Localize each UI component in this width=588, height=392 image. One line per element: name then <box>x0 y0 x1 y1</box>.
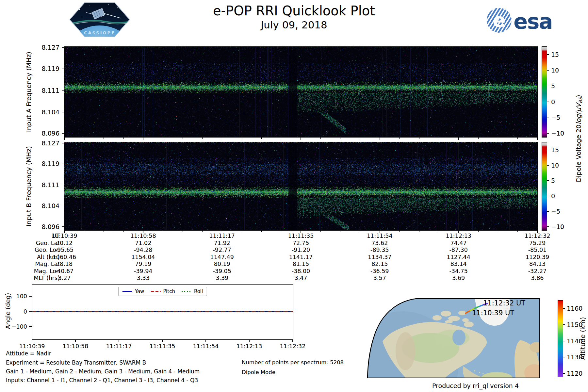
colorbar-tick-mark <box>547 54 549 55</box>
roll-line <box>32 311 293 312</box>
ephemeris-cell: 1154.04 <box>115 254 171 260</box>
attitude-y-tick-label: 100 <box>1 293 27 300</box>
colorbar-tick-label: −10 <box>551 223 564 230</box>
colorbar-tick-label: 0 <box>551 192 555 200</box>
attitude-y-tick <box>29 311 32 312</box>
ephemeris-cell: -87.30 <box>431 247 486 253</box>
x-minor-tick <box>183 138 183 139</box>
ephemeris-cell: 11:11:17 <box>194 233 250 239</box>
x-minor-tick <box>498 231 498 232</box>
ephemeris-cell: 84.13 <box>510 261 565 267</box>
ephemeris-cell: -91.20 <box>273 247 329 253</box>
ephemeris-cell: 1120.39 <box>510 254 565 260</box>
y-tick-label: 8.127 <box>33 44 59 51</box>
altitude-tick-mark <box>563 324 565 325</box>
colorbar-tick-label: 15 <box>551 51 559 58</box>
x-minor-tick <box>202 231 203 232</box>
x-minor-tick <box>242 138 242 139</box>
quicklook-plot-page: CASSIOPE e-POP RRI Quicklook Plot July 0… <box>0 0 588 392</box>
legend-item-roll: Roll <box>182 288 203 294</box>
panel-a-frame <box>64 46 538 138</box>
ephemeris-cell: -32.27 <box>510 268 565 274</box>
ephemeris-cell: 74.47 <box>431 240 486 246</box>
attitude-x-tick <box>292 339 293 342</box>
y-tick-label: 8.096 <box>33 223 59 230</box>
svg-text:e: e <box>493 9 505 31</box>
x-minor-tick <box>163 138 163 139</box>
ephemeris-cell: -39.05 <box>194 268 250 274</box>
x-minor-tick <box>123 138 124 139</box>
attitude-x-tick-label: 11:10:39 <box>19 343 45 350</box>
yaw-line-sample-icon <box>122 291 132 292</box>
colorbar-tick-mark <box>547 102 549 102</box>
y-tick-label: 8.111 <box>33 87 59 94</box>
y-tick-label: 8.111 <box>33 181 59 188</box>
page-title: e-POP RRI Quicklook Plot <box>213 3 375 18</box>
ephemeris-cell: 11:10:39 <box>37 233 92 239</box>
ephemeris-cell: 81.15 <box>273 261 329 267</box>
ground-track-map: 11:12:32 UT 11:10:39 UT <box>367 298 540 378</box>
altitude-tick-mark <box>563 357 565 357</box>
panel-b-ylabel: Input B Frequency (MHz) <box>25 146 33 226</box>
x-major-tick <box>143 138 143 140</box>
x-minor-tick <box>419 138 419 139</box>
spectrogram-a-canvas <box>64 47 537 137</box>
colorbar-tick-label: 10 <box>551 67 559 74</box>
attitude-note: Attitude = Nadir <box>6 350 51 357</box>
legend-item-pitch: Pitch <box>151 288 175 294</box>
ephemeris-cell: -95.65 <box>37 247 92 253</box>
x-minor-tick <box>84 231 84 232</box>
ephemeris-cell: 71.02 <box>115 240 171 246</box>
colorbar-tick-mark <box>547 70 549 71</box>
attitude-x-tick-label: 11:12:32 <box>280 343 306 350</box>
colorbar-a <box>542 46 547 138</box>
altitude-colorbar-label: Altitude (km) <box>579 317 587 360</box>
legend-item-yaw: Yaw <box>122 288 144 294</box>
y-tick-mark <box>62 226 64 227</box>
attitude-x-tick <box>119 339 119 342</box>
x-major-tick <box>222 138 222 140</box>
x-minor-tick <box>281 231 281 232</box>
esa-wordmark: esa <box>514 9 552 34</box>
ephemeris-cell: 3.39 <box>194 275 250 281</box>
ephemeris-cell: 72.75 <box>273 240 329 246</box>
attitude-x-tick <box>205 339 206 342</box>
ephemeris-cell: 82.15 <box>352 261 407 267</box>
ephemeris-cell: 71.92 <box>194 240 250 246</box>
ephemeris-cell: 3.33 <box>115 275 171 281</box>
ephemeris-cell: -94.28 <box>115 247 171 253</box>
attitude-x-tick <box>75 339 75 342</box>
colorbar-tick-label: −5 <box>551 208 560 215</box>
x-major-tick <box>458 138 459 140</box>
altitude-tick-label: 1120 <box>567 370 582 377</box>
x-major-tick <box>380 138 380 140</box>
x-minor-tick <box>242 231 242 232</box>
ephemeris-cell: 1127.44 <box>431 254 486 260</box>
colorbar-tick-label: 5 <box>551 177 555 184</box>
x-minor-tick <box>320 231 321 232</box>
colorbar-tick-label: 10 <box>551 162 559 169</box>
mode-note: Dipole Mode <box>242 369 275 375</box>
x-minor-tick <box>202 138 203 139</box>
attitude-y-tick-label: 0 <box>1 308 27 315</box>
x-minor-tick <box>340 231 340 232</box>
attitude-x-tick <box>32 339 32 342</box>
colorbar-tick-label: 15 <box>551 146 559 154</box>
ephemeris-cell: -92.77 <box>194 247 250 253</box>
ephemeris-cell: 3.27 <box>37 275 92 281</box>
altitude-tick-mark <box>563 308 565 308</box>
x-minor-tick <box>399 138 400 139</box>
ephemeris-cell: 78.18 <box>37 261 92 267</box>
attitude-legend: Yaw Pitch Roll <box>118 287 207 296</box>
y-tick-label: 8.127 <box>33 139 59 147</box>
ephemeris-cell: 11:11:35 <box>273 233 329 239</box>
ephemeris-cell: 11:11:54 <box>352 233 407 239</box>
colorbar-tick-mark <box>547 165 549 166</box>
x-minor-tick <box>163 231 163 232</box>
ephemeris-cell: 11:10:58 <box>115 233 171 239</box>
x-minor-tick <box>104 231 104 232</box>
esa-logo: e esa <box>486 7 558 35</box>
legend-label-roll: Roll <box>194 288 203 294</box>
x-minor-tick <box>320 138 321 139</box>
ephemeris-cell: 79.19 <box>115 261 171 267</box>
